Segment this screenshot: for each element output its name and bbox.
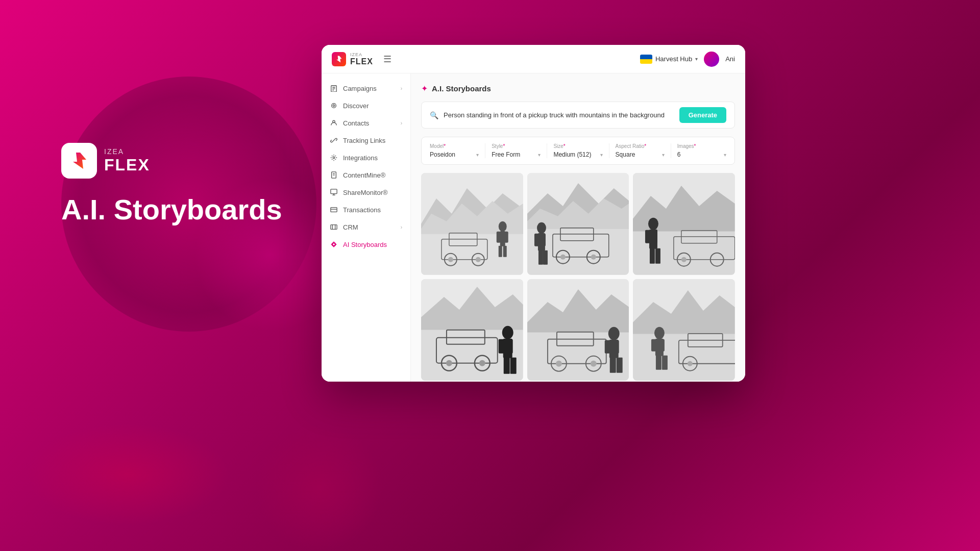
- svg-rect-108: [616, 357, 622, 372]
- ai-storyboards-icon: [330, 240, 338, 248]
- generate-button[interactable]: Generate: [679, 107, 726, 123]
- svg-rect-42: [504, 232, 508, 243]
- main-page-title: A.I. Storyboards: [61, 194, 282, 226]
- svg-point-7: [333, 105, 335, 107]
- app-body: Campaigns › Discover Contacts ›: [322, 73, 745, 382]
- svg-rect-58: [534, 234, 539, 246]
- contacts-label: Contacts: [343, 119, 369, 127]
- crm-chevron: ›: [401, 224, 402, 230]
- svg-point-103: [608, 327, 619, 340]
- sidebar-item-integrations[interactable]: Integrations: [322, 149, 410, 166]
- integrations-label: Integrations: [343, 154, 378, 162]
- hamburger-icon[interactable]: ☰: [383, 54, 391, 65]
- blob-3: [255, 423, 383, 551]
- svg-point-23: [333, 243, 335, 245]
- svg-rect-121: [656, 355, 662, 369]
- svg-rect-90: [507, 339, 513, 353]
- svg-rect-112: [633, 334, 735, 381]
- svg-point-38: [476, 257, 481, 262]
- sidebar-item-contacts[interactable]: Contacts ›: [322, 114, 410, 132]
- contacts-icon: [330, 119, 338, 127]
- svg-point-27: [331, 244, 332, 245]
- model-label: Model*: [430, 143, 479, 149]
- svg-rect-59: [541, 234, 546, 246]
- svg-rect-76: [655, 248, 660, 264]
- svg-rect-106: [613, 340, 619, 353]
- svg-rect-19: [331, 225, 337, 230]
- sidebar: Campaigns › Discover Contacts ›: [322, 73, 411, 382]
- svg-rect-122: [662, 355, 668, 369]
- svg-point-6: [332, 104, 336, 108]
- logo-area: IZEA FLEX: [61, 143, 282, 179]
- sidebar-item-tracking-links[interactable]: Tracking Links: [322, 132, 410, 149]
- svg-point-56: [537, 222, 546, 234]
- style-select[interactable]: Free Form ▾: [492, 151, 541, 158]
- page-header-icon: ✦: [421, 84, 428, 93]
- user-name: Ani: [725, 55, 735, 63]
- sidebar-item-crm[interactable]: CRM ›: [322, 218, 410, 236]
- page-header-title: A.I. Storyboards: [432, 84, 491, 93]
- svg-point-71: [648, 218, 658, 230]
- discover-label: Discover: [343, 102, 369, 110]
- svg-rect-107: [609, 357, 616, 372]
- size-select[interactable]: Medium (512) ▾: [553, 151, 602, 158]
- image-card-6[interactable]: [633, 279, 735, 381]
- user-avatar[interactable]: [704, 52, 719, 67]
- sidebar-item-transactions[interactable]: Transactions: [322, 201, 410, 218]
- style-label: Style*: [492, 143, 541, 149]
- svg-rect-74: [652, 230, 657, 243]
- images-control: Images* 6 ▾: [677, 143, 726, 158]
- image-card-5[interactable]: [527, 279, 629, 381]
- harvest-hub-text: Harvest Hub: [655, 55, 692, 63]
- harvest-caret-icon: ▾: [695, 56, 698, 62]
- page-header: ✦ A.I. Storyboards: [421, 84, 735, 93]
- aspect-ratio-select[interactable]: Square ▾: [616, 151, 665, 158]
- image-card-2[interactable]: [527, 173, 629, 275]
- sidebar-item-contentmine[interactable]: ContentMine®: [322, 166, 410, 184]
- svg-point-53: [560, 255, 566, 260]
- svg-rect-75: [650, 248, 655, 264]
- svg-point-39: [499, 221, 507, 232]
- crm-label: CRM: [343, 223, 358, 231]
- svg-rect-61: [543, 251, 548, 265]
- divider-2: [547, 143, 547, 158]
- harvest-hub-selector[interactable]: Harvest Hub ▾: [640, 55, 698, 64]
- svg-marker-1: [336, 56, 341, 62]
- images-caret-icon: ▾: [724, 152, 726, 158]
- image-grid: [421, 173, 735, 381]
- images-select[interactable]: 6 ▾: [677, 151, 726, 158]
- sidebar-item-campaigns[interactable]: Campaigns ›: [322, 80, 410, 97]
- aspect-ratio-label: Aspect Ratio*: [616, 143, 665, 149]
- topbar-izea: IZEA: [350, 52, 373, 57]
- search-input[interactable]: [444, 111, 674, 119]
- discover-icon: [330, 102, 338, 110]
- topbar-logo: IZEA FLEX: [332, 52, 373, 66]
- svg-rect-44: [503, 246, 507, 257]
- sharemonitor-label: ShareMonitor®: [343, 189, 388, 196]
- model-select[interactable]: Poseidon ▾: [430, 151, 479, 158]
- svg-rect-41: [497, 232, 501, 243]
- topbar-logo-text: IZEA FLEX: [350, 52, 373, 66]
- transactions-label: Transactions: [343, 206, 381, 214]
- sidebar-item-discover[interactable]: Discover: [322, 97, 410, 114]
- contacts-chevron: ›: [401, 120, 402, 126]
- image-card-1[interactable]: [421, 173, 523, 275]
- svg-point-86: [479, 360, 485, 366]
- svg-point-69: [681, 257, 687, 262]
- ukraine-flag-icon: [640, 55, 652, 64]
- sidebar-item-ai-storyboards[interactable]: AI Storyboards: [322, 236, 410, 253]
- sidebar-item-sharemonitor[interactable]: ShareMonitor®: [322, 184, 410, 201]
- images-label: Images*: [677, 143, 726, 149]
- image-card-3[interactable]: [633, 173, 735, 275]
- svg-rect-119: [651, 339, 656, 351]
- campaigns-chevron: ›: [401, 86, 402, 91]
- logo-flex-label: FLEX: [104, 156, 150, 174]
- svg-point-100: [556, 360, 562, 366]
- svg-point-102: [590, 360, 596, 366]
- aspect-caret-icon: ▾: [662, 152, 665, 158]
- svg-point-26: [333, 246, 334, 247]
- model-caret-icon: ▾: [476, 152, 479, 158]
- transactions-icon: [330, 206, 338, 214]
- image-card-4[interactable]: [421, 279, 523, 381]
- svg-point-36: [448, 257, 453, 262]
